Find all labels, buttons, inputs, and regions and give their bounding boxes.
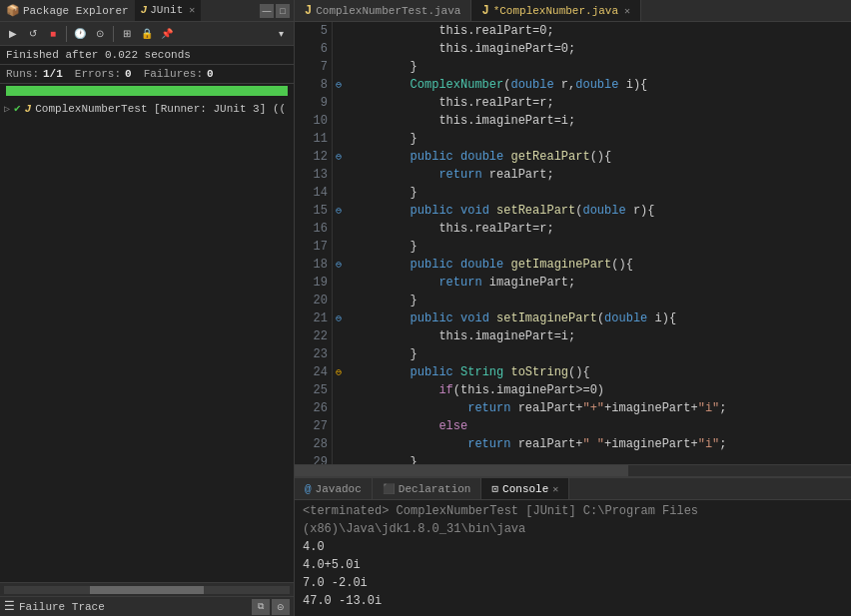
code-line: public double getRealPart(){	[353, 148, 843, 166]
code-content[interactable]: this.realPart=0; this.imaginePart=0; } C…	[345, 22, 851, 464]
progress-bar-fill	[6, 86, 288, 96]
code-line: ComplexNumber(double r,double i){	[353, 76, 843, 94]
right-panel: J ComplexNumberTest.java J *ComplexNumbe…	[295, 0, 851, 616]
bottom-panel: @ Javadoc ⬛ Declaration ⊡ Console ✕ <ter…	[295, 476, 851, 616]
code-line: if(this.imaginePart>=0)	[353, 381, 843, 399]
failure-trace-copy-btn[interactable]: ⧉	[252, 599, 270, 615]
code-line: this.realPart=r;	[353, 94, 843, 112]
console-output-line: 4.0	[303, 538, 843, 556]
failures-label: Failures:	[144, 68, 203, 80]
left-scrollbar[interactable]	[0, 582, 294, 596]
editor-tabs: J ComplexNumberTest.java J *ComplexNumbe…	[295, 0, 851, 22]
code-line: this.realPart=r;	[353, 220, 843, 238]
run-failed-btn[interactable]: ↺	[24, 25, 42, 43]
tab-complex-number-label: *ComplexNumber.java	[493, 5, 618, 17]
errors-stat: Errors: 0	[75, 68, 132, 80]
code-line: public String toString(){	[353, 363, 843, 381]
tab-declaration[interactable]: ⬛ Declaration	[373, 478, 482, 499]
code-line: return realPart+" "+imaginePart+"i";	[353, 435, 843, 453]
filter-btn[interactable]: ⊙	[91, 25, 109, 43]
green-check-icon: ✔	[14, 102, 21, 115]
toolbar-right: ▾	[272, 25, 290, 43]
layout-btn[interactable]: ⊞	[118, 25, 136, 43]
javadoc-at-icon: @	[305, 483, 312, 495]
declaration-icon: ⬛	[383, 483, 395, 495]
sep1	[66, 26, 67, 42]
code-line: this.imaginePart=i;	[353, 112, 843, 130]
code-line: }	[353, 453, 843, 464]
failure-trace-label: Failure Trace	[19, 601, 105, 613]
code-line: }	[353, 238, 843, 256]
console-terminated-line: <terminated> ComplexNumberTest [JUnit] C…	[303, 502, 843, 538]
code-line: return imaginePart;	[353, 274, 843, 292]
tab-package-explorer[interactable]: 📦 Package Explorer	[0, 0, 135, 21]
menu-icon: ☰	[4, 599, 15, 614]
junit-status: Finished after 0.022 seconds	[0, 46, 294, 65]
console-output-line: 7.0 -2.0i	[303, 574, 843, 592]
h-scroll-thumb[interactable]	[90, 586, 204, 594]
fold-icon[interactable]: ⊖	[336, 312, 342, 324]
fold-icon[interactable]: ⊖	[336, 205, 342, 217]
tab-package-explorer-label: Package Explorer	[23, 5, 129, 17]
code-editor[interactable]: 5678910111213141516171819202122232425262…	[295, 22, 851, 464]
runs-stat: Runs: 1/1	[6, 68, 63, 80]
runs-value: 1/1	[43, 68, 63, 80]
console-output-line: 4.0+5.0i	[303, 556, 843, 574]
dropdown-btn[interactable]: ▾	[272, 25, 290, 43]
editor-hscroll-thumb[interactable]	[295, 465, 628, 476]
junit-toolbar: ▶ ↺ ■ 🕐 ⊙ ⊞ 🔒 📌 ▾	[0, 22, 294, 46]
left-tab-controls: — □	[260, 4, 294, 18]
fold-icon[interactable]: ⊖	[336, 151, 342, 163]
tab-javadoc[interactable]: @ Javadoc	[295, 478, 373, 499]
tab-junit[interactable]: J JUnit ✕	[135, 0, 202, 21]
fold-icon[interactable]: ⊖	[336, 259, 342, 271]
code-line: else	[353, 417, 843, 435]
code-line: this.imaginePart=i;	[353, 327, 843, 345]
fold-icon[interactable]: ⊖	[336, 79, 342, 91]
errors-label: Errors:	[75, 68, 121, 80]
tab-j-icon-test: J	[305, 4, 312, 18]
tab-complex-test[interactable]: J ComplexNumberTest.java	[295, 0, 471, 21]
code-line: }	[353, 130, 843, 148]
code-line: }	[353, 345, 843, 363]
tab-console[interactable]: ⊡ Console ✕	[481, 478, 569, 499]
test-tree-item[interactable]: ▷ ✔ J ComplexNumberTest [Runner: JUnit 3…	[0, 100, 294, 117]
tab-console-close[interactable]: ✕	[552, 483, 558, 495]
errors-value: 0	[125, 68, 132, 80]
history-btn[interactable]: 🕐	[71, 25, 89, 43]
failure-trace-header: ☰ Failure Trace ⧉ ⊝	[0, 596, 294, 616]
junit-stats: Runs: 1/1 Errors: 0 Failures: 0	[0, 65, 294, 84]
fold-icon[interactable]: ⊖	[336, 366, 342, 378]
failures-stat: Failures: 0	[144, 68, 214, 80]
tab-javadoc-label: Javadoc	[316, 483, 362, 495]
tab-junit-label: JUnit	[150, 4, 183, 16]
code-line: }	[353, 184, 843, 202]
code-line: this.imaginePart=0;	[353, 40, 843, 58]
scroll-lock-btn[interactable]: 🔒	[138, 25, 156, 43]
stop-btn[interactable]: ■	[44, 25, 62, 43]
left-tabs: 📦 Package Explorer J JUnit ✕ — □	[0, 0, 294, 22]
maximize-btn[interactable]: □	[276, 4, 290, 18]
pin-btn[interactable]: 📌	[158, 25, 176, 43]
minimize-btn[interactable]: —	[260, 4, 274, 18]
editor-hscroll[interactable]	[295, 464, 851, 476]
bottom-tabs: @ Javadoc ⬛ Declaration ⊡ Console ✕	[295, 478, 851, 500]
runs-label: Runs:	[6, 68, 39, 80]
code-line: this.realPart=0;	[353, 22, 843, 40]
run-btn[interactable]: ▶	[4, 25, 22, 43]
failures-value: 0	[207, 68, 214, 80]
tab-complex-number[interactable]: J *ComplexNumber.java ✕	[471, 0, 641, 21]
test-item-label: ComplexNumberTest [Runner: JUnit 3] ((	[35, 103, 286, 115]
tab-declaration-label: Declaration	[399, 483, 471, 495]
gutter-fold: ⊖⊖⊖⊖⊖⊖⊖	[333, 22, 345, 464]
tab-complex-number-close[interactable]: ✕	[624, 5, 630, 17]
code-line: public double getImaginePart(){	[353, 256, 843, 274]
junit-icon: J	[141, 4, 148, 16]
h-scroll-track[interactable]	[4, 586, 290, 594]
tab-junit-close[interactable]: ✕	[189, 4, 195, 16]
failure-trace-filter-btn[interactable]: ⊝	[272, 599, 290, 615]
test-tree[interactable]: ▷ ✔ J ComplexNumberTest [Runner: JUnit 3…	[0, 98, 294, 582]
code-line: public void setImaginePart(double i){	[353, 309, 843, 327]
line-numbers: 5678910111213141516171819202122232425262…	[295, 22, 333, 464]
package-icon: 📦	[6, 4, 20, 17]
